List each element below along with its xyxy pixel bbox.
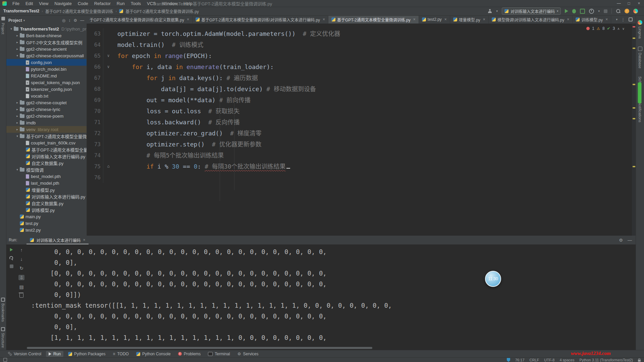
code-line[interactable]: 69 out = model(**data) # 前向传播 [87,95,632,106]
next-issue-icon[interactable]: ∨ [622,27,625,31]
tree-row[interactable]: ▸imdb [6,119,87,126]
tree-row[interactable]: 对训练输入文本进行编码.py [6,153,87,160]
inspections-widget[interactable]: 1 ⚠ 8 ✔ 3 ∧ ∨ [586,26,625,31]
status-python-interpreter[interactable]: Python 3.11 (TransformersTest2) [579,358,633,362]
toolwindow-button-version-control[interactable]: Version Control [5,351,44,357]
close-icon[interactable]: × [413,17,416,22]
code-line[interactable]: 75⌂ if i % 30 == 0: # 每隔30个批次输出训练结果 [87,161,632,172]
gear-icon[interactable]: ⚙ [619,238,623,243]
menu-refactor[interactable]: Refactor [91,1,114,6]
close-button[interactable]: × [634,1,644,6]
tree-row[interactable]: ▸gpt2-chinese-ancient [6,46,87,52]
toolwindow-button-todo[interactable]: ≡TODO [110,351,131,357]
lock-icon[interactable] [638,360,641,362]
profiler-button[interactable] [589,9,594,14]
status-line-separator[interactable]: CRLF [530,358,539,362]
code-line[interactable]: 66∨ for i, data in enumerate(train_loade… [87,61,632,72]
chevron-right-icon[interactable]: ▸ [15,114,20,118]
code-line[interactable]: 74 # 每隔5个批次输出训练结果 [87,150,632,161]
menu-code[interactable]: Code [75,1,91,6]
run-configuration-select[interactable]: 对训练输入文本进行编码 ▾ [502,7,561,15]
bookmark-icon[interactable]: ⌂ [103,161,113,172]
tool-stripe-database[interactable]: Database [638,47,642,68]
chevron-down-icon[interactable]: ▾ [23,19,25,22]
code-line[interactable]: 76 [87,172,632,183]
close-icon[interactable]: × [567,17,569,22]
tree-row[interactable]: ▸gpt2-chinese-lyric [6,106,87,113]
hide-panel-icon[interactable]: — [80,18,84,23]
locate-file-icon[interactable]: ◎ [62,18,65,23]
menu-edit[interactable]: Edit [22,1,36,6]
tree-row[interactable]: vocab.txt [6,93,87,99]
code-line[interactable]: 64model.train() # 训练模式 [87,39,632,50]
tree-row[interactable]: 对训练输入文本进行编码.py [6,193,87,200]
tabs-dropdown-icon[interactable]: ▾ [616,18,618,21]
fold-icon[interactable]: ∨ [103,61,113,72]
chevron-down-icon[interactable]: ▾ [15,54,20,57]
chevron-down-icon[interactable]: ▾ [598,9,600,13]
toolwindow-button-python-console[interactable]: Python Console [133,351,173,357]
minimize-button[interactable]: — [614,1,624,6]
chevron-down-icon[interactable]: ▾ [15,134,20,138]
expand-collapse-icon[interactable]: ↕ [68,18,70,23]
tree-row[interactable]: ▾模型微调 [6,166,87,173]
chevron-right-icon[interactable]: ▸ [15,47,20,51]
tabs-menu-icon[interactable]: ⋮ [621,17,625,22]
toolwindow-button-services[interactable]: ⚙Services [235,351,261,357]
menu-run[interactable]: Run [114,1,128,6]
close-icon[interactable]: × [323,17,325,22]
editor-tab[interactable]: 训练模型.py× [573,15,611,23]
tree-row[interactable]: 自定义数据集.py [6,200,87,206]
tree-row[interactable]: 基于GPT-2通用文本模型全量微调训练.py [6,146,87,153]
editor-tab[interactable]: 基于GPT-2通用文本模型全量微调训练\对训练输入文本进行编码.py× [193,15,328,23]
menu-view[interactable]: View [36,1,51,6]
prev-issue-icon[interactable]: ∧ [617,27,620,31]
scroll-to-end-icon[interactable]: ⇩ [18,275,24,280]
chevron-down-icon[interactable]: ▾ [15,168,20,171]
tree-row[interactable]: ▾TransformersTest2D:\python_pro [6,25,87,32]
tree-row[interactable]: ▸gpt2-chinese-couplet [6,99,87,106]
toolwindow-button-python-packages[interactable]: Python Packages [65,351,108,357]
code-line[interactable]: 73 optimizer.step() # 优化器更新参数 [87,139,632,150]
down-stack-trace-icon[interactable]: ↓ [20,257,23,261]
status-corner-icon[interactable] [3,358,7,362]
tree-row[interactable]: README.md [6,72,87,79]
close-icon[interactable]: × [187,17,189,22]
editor-tab[interactable]: 模型微调\对训练输入文本进行编码.py× [489,15,573,23]
hide-panel-icon[interactable]: — [628,238,632,243]
stop-button[interactable] [10,264,13,268]
code-line[interactable]: 67 for j in data.keys(): # 遍历数据 [87,72,632,83]
close-icon[interactable]: × [83,238,85,242]
code-line[interactable]: 65∨for epoch in range(EPOCH): [87,50,632,61]
run-button[interactable] [565,9,568,13]
chevron-right-icon[interactable]: ▸ [15,41,20,44]
chevron-right-icon[interactable]: ▸ [15,101,20,104]
chevron-down-icon[interactable]: ▾ [496,9,498,13]
status-indent-style[interactable]: 4 spaces [559,358,574,362]
stop-button[interactable] [604,9,607,13]
restore-layout-icon[interactable]: ↻ [19,266,23,270]
update-icon[interactable]: ↑ [625,9,629,13]
tool-stripe-icon[interactable] [1,17,5,20]
search-everywhere-icon[interactable] [616,9,621,13]
tree-row[interactable]: ▾gpt2-chinese-cluecorpussmall [6,52,87,59]
chevron-right-icon[interactable]: ▸ [15,34,20,37]
tree-row[interactable]: ▸Bert-base-chinese [6,32,87,39]
breadcrumb-item[interactable]: 基于GPT-2通用文本模型全量微调训练.py [125,8,199,14]
chevron-right-icon[interactable]: ▸ [15,128,20,131]
tree-row[interactable]: 自定义数据集.py [6,160,87,166]
edit-configuration-icon[interactable] [9,256,13,260]
code-line[interactable]: 71 loss.backward() # 反向传播 [87,117,632,128]
gear-icon[interactable]: ⚙ [73,18,77,23]
toolwindow-button-problems[interactable]: !Problems [175,351,204,357]
tree-row[interactable]: special_tokens_map.json [6,79,87,86]
close-icon[interactable]: × [444,17,447,22]
tree-row[interactable]: tokenizer_config.json [6,86,87,93]
rerun-button[interactable] [10,248,13,251]
code-editor[interactable]: 63optimizer = torch.optim.AdamW(model.pa… [87,23,636,236]
menu-navigate[interactable]: Navigate [51,1,74,6]
user-icon[interactable] [488,9,492,13]
tool-stripe-structure[interactable]: Structure [1,327,5,348]
tree-row[interactable]: test2.py [6,227,87,233]
editor-tab[interactable]: test2.py× [419,15,450,23]
